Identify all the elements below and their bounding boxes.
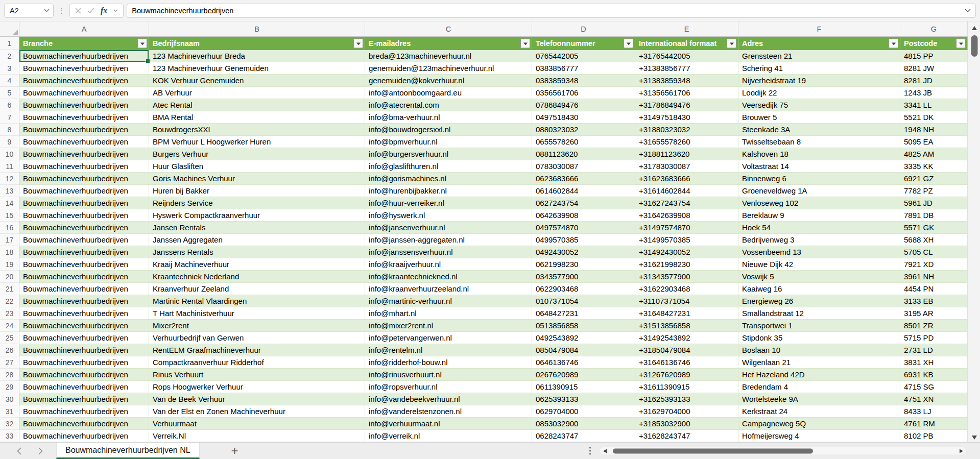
cell-B30[interactable]: Van de Beek Verhuur (149, 393, 365, 405)
cell-B9[interactable]: BPM Verhuur L Hoogwerker Huren (149, 136, 365, 148)
filter-button-bedrijfsnaam[interactable] (353, 39, 363, 49)
cell-A7[interactable]: Bouwmachineverhuurbedrijven (19, 111, 149, 124)
cell-A31[interactable]: Bouwmachineverhuurbedrijven (19, 405, 149, 418)
next-sheet-button[interactable] (38, 447, 43, 455)
cell-E8[interactable]: +31880323032 (635, 124, 738, 136)
scroll-up-icon[interactable] (972, 26, 977, 30)
row-header-25[interactable]: 25 (0, 332, 19, 344)
cell-A22[interactable]: Bouwmachineverhuurbedrijven (19, 295, 149, 307)
table-header-postcode[interactable]: Postcode (900, 37, 968, 50)
cell-G24[interactable]: 8501 ZR (900, 320, 968, 332)
cell-E13[interactable]: +31614602844 (635, 185, 738, 197)
cell-E14[interactable]: +31627243754 (635, 197, 738, 209)
cell-C9[interactable]: info@bpmverhuur.nl (365, 136, 532, 148)
cell-D12[interactable]: 0623683666 (532, 173, 635, 185)
cell-A11[interactable]: Bouwmachineverhuurbedrijven (19, 160, 149, 173)
cell-F10[interactable]: Kalshoven 18 (738, 148, 900, 160)
cell-F26[interactable]: Boslaan 10 (738, 344, 900, 356)
cell-B20[interactable]: Kraantechniek Nederland (149, 271, 365, 283)
cell-G28[interactable]: 6931 KB (900, 369, 968, 381)
cell-C30[interactable]: info@vandebeekverhuur.nl (365, 393, 532, 405)
cell-D31[interactable]: 0629704000 (532, 405, 635, 418)
cell-G12[interactable]: 6921 GZ (900, 173, 968, 185)
cell-B31[interactable]: Van der Elst en Zonen Machineverhuur (149, 405, 365, 418)
cell-A28[interactable]: Bouwmachineverhuurbedrijven (19, 369, 149, 381)
cell-D22[interactable]: 0107371054 (532, 295, 635, 307)
row-header-15[interactable]: 15 (0, 209, 19, 222)
cell-E5[interactable]: +31356561706 (635, 87, 738, 99)
cell-A25[interactable]: Bouwmachineverhuurbedrijven (19, 332, 149, 344)
cell-D32[interactable]: 0853032900 (532, 418, 635, 430)
cell-C20[interactable]: info@kraantechniekned.nl (365, 271, 532, 283)
vertical-scroll-thumb[interactable] (971, 35, 977, 57)
table-header-adres[interactable]: Adres (738, 37, 900, 50)
cell-B32[interactable]: Verhuurmaat (149, 418, 365, 430)
cell-A5[interactable]: Bouwmachineverhuurbedrijven (19, 87, 149, 99)
cell-C15[interactable]: info@hyswerk.nl (365, 209, 532, 222)
cell-D27[interactable]: 0646136746 (532, 356, 635, 369)
cell-F6[interactable]: Veersedijk 75 (738, 99, 900, 111)
cell-C10[interactable]: info@burgersverhuur.nl (365, 148, 532, 160)
cell-B27[interactable]: Compactkraanverhuur Ridderhof (149, 356, 365, 369)
cell-A6[interactable]: Bouwmachineverhuurbedrijven (19, 99, 149, 111)
cell-A29[interactable]: Bouwmachineverhuurbedrijven (19, 381, 149, 393)
cell-B16[interactable]: Jansen Rentals (149, 222, 365, 234)
filter-button-internationaal-formaat[interactable] (727, 39, 736, 49)
cell-F11[interactable]: Voltastraat 14 (738, 160, 900, 173)
cell-G25[interactable]: 5715 PD (900, 332, 968, 344)
cell-G26[interactable]: 2731 LD (900, 344, 968, 356)
cell-G4[interactable]: 8281 JD (900, 75, 968, 87)
cell-G17[interactable]: 5688 XH (900, 234, 968, 246)
cell-G11[interactable]: 3335 KK (900, 160, 968, 173)
cell-G23[interactable]: 3195 AR (900, 307, 968, 320)
cell-B21[interactable]: Kraanverhuur Zeeland (149, 283, 365, 295)
column-header-E[interactable]: E (635, 21, 738, 37)
cell-D10[interactable]: 0881123620 (532, 148, 635, 160)
cell-E19[interactable]: +31621998230 (635, 258, 738, 271)
cell-C23[interactable]: info@mhart.nl (365, 307, 532, 320)
table-header-branche[interactable]: Branche (19, 37, 149, 50)
cell-B23[interactable]: T Hart Machinistverhuur (149, 307, 365, 320)
cell-C27[interactable]: info@ridderhof-bouw.nl (365, 356, 532, 369)
row-header-11[interactable]: 11 (0, 160, 19, 173)
table-header-internationaal-formaat[interactable]: Internationaal formaat (635, 37, 738, 50)
cell-C13[interactable]: info@hurenbijbakker.nl (365, 185, 532, 197)
cell-F20[interactable]: Voswijk 5 (738, 271, 900, 283)
row-header-20[interactable]: 20 (0, 271, 19, 283)
cell-G8[interactable]: 1948 NH (900, 124, 968, 136)
cell-G31[interactable]: 8433 LJ (900, 405, 968, 418)
sheet-tab-active[interactable]: Bouwmachineverhuurbedrijven NL (56, 443, 200, 459)
select-all-button[interactable] (0, 21, 19, 37)
cell-D3[interactable]: 0383856777 (532, 62, 635, 75)
cell-G6[interactable]: 3341 LL (900, 99, 968, 111)
cell-E16[interactable]: +31497574870 (635, 222, 738, 234)
cell-E33[interactable]: +31628243747 (635, 430, 738, 442)
cell-G16[interactable]: 5571 GK (900, 222, 968, 234)
cell-B11[interactable]: Huur Glasliften (149, 160, 365, 173)
cell-F17[interactable]: Bedrijvenweg 3 (738, 234, 900, 246)
cell-B19[interactable]: Kraaij Machineverhuur (149, 258, 365, 271)
cell-A9[interactable]: Bouwmachineverhuurbedrijven (19, 136, 149, 148)
cell-D9[interactable]: 0655578260 (532, 136, 635, 148)
table-header-e-mailadres[interactable]: E-mailadres (365, 37, 532, 50)
cell-B3[interactable]: 123 Machineverhuur Genemuiden (149, 62, 365, 75)
row-header-21[interactable]: 21 (0, 283, 19, 295)
cell-G9[interactable]: 5095 EA (900, 136, 968, 148)
cell-D4[interactable]: 0383859348 (532, 75, 635, 87)
cell-E26[interactable]: +31850479084 (635, 344, 738, 356)
row-header-10[interactable]: 10 (0, 148, 19, 160)
cell-B24[interactable]: Mixer2rent (149, 320, 365, 332)
column-header-B[interactable]: B (149, 21, 365, 37)
cell-D30[interactable]: 0625393133 (532, 393, 635, 405)
cell-D24[interactable]: 0513856858 (532, 320, 635, 332)
formula-bar-expand-icon[interactable] (965, 9, 971, 13)
cell-C25[interactable]: info@petervangerwen.nl (365, 332, 532, 344)
vertical-scrollbar[interactable] (968, 21, 980, 442)
cell-C2[interactable]: breda@123machineverhuur.nl (365, 50, 532, 62)
row-header-12[interactable]: 12 (0, 173, 19, 185)
row-header-5[interactable]: 5 (0, 87, 19, 99)
cell-C3[interactable]: genemuiden@123machineverhuur.nl (365, 62, 532, 75)
cell-C31[interactable]: info@vanderelstenzonen.nl (365, 405, 532, 418)
cell-G7[interactable]: 5521 DK (900, 111, 968, 124)
scroll-down-icon[interactable] (972, 436, 977, 440)
